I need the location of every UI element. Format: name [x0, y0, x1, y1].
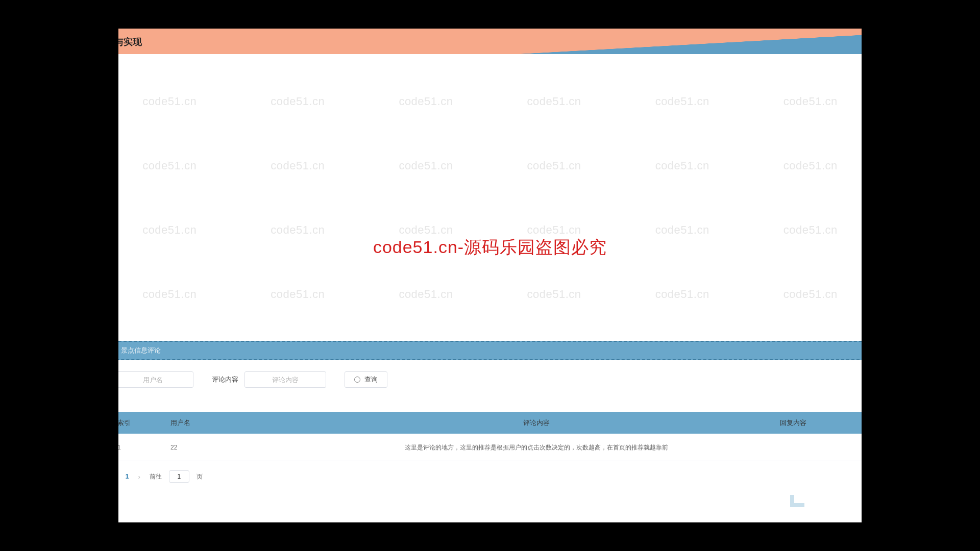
content-label: 评论内容 — [212, 375, 238, 384]
table-row: 1 22 这里是评论的地方，这里的推荐是根据用户的点击次数决定的，次数越高，在首… — [86, 434, 980, 461]
watermark-row: code51.cncode51.cncode51.cncode51.cncode… — [0, 288, 980, 301]
watermark-row: code51.cncode51.cncode51.cncode51.cncode… — [0, 159, 980, 172]
filter-bar: 用户名 评论内容 查询 — [86, 371, 980, 388]
content-input[interactable] — [244, 371, 326, 388]
brand-logo-icon — [787, 490, 807, 510]
th-comment: 评论内容 — [293, 418, 780, 428]
pagination: 共 1 条 ‹ 1 › 前往 页 — [86, 470, 980, 483]
th-index: 索引 — [114, 418, 170, 428]
watermark-main: code51.cn-源码乐园盗图必究 — [373, 236, 607, 259]
table-header: 索引 用户名 评论内容 回复内容 操作 — [86, 412, 980, 434]
letterbox — [862, 0, 980, 551]
watermark-row: code51.cncode51.cncode51.cncode51.cncode… — [0, 95, 980, 108]
letterbox — [0, 0, 118, 551]
data-table: 索引 用户名 评论内容 回复内容 操作 1 22 这里是评论的地方，这里的推荐是… — [86, 412, 980, 461]
username-input[interactable] — [112, 371, 193, 388]
header: 自驾游拼团小程序的设计与实现 管理员 abo 退出登录 — [0, 29, 980, 54]
jump-page-input[interactable] — [169, 470, 189, 483]
main-content: 首页 | 景点信息评论 用户名 评论内容 查询 索引 用户名 评论内容 回复内容… — [70, 332, 980, 492]
cell-comment: 这里是评论的地方，这里的推荐是根据用户的点击次数决定的，次数越高，在首页的推荐就… — [293, 443, 780, 452]
app-root: code51.cncode51.cncode51.cncode51.cncode… — [0, 29, 980, 522]
next-page-button[interactable]: › — [136, 473, 142, 481]
th-username: 用户名 — [170, 418, 293, 428]
cell-index: 1 — [114, 444, 170, 451]
current-page[interactable]: 1 — [126, 473, 129, 480]
jump-prefix: 前往 — [150, 472, 162, 481]
breadcrumb: 首页 | 景点信息评论 — [86, 341, 980, 360]
watermark-row: code51.cncode51.cncode51.cncode51.cncode… — [0, 223, 980, 237]
breadcrumb-current: 景点信息评论 — [121, 346, 161, 354]
cell-username: 22 — [170, 444, 293, 451]
search-button[interactable]: 查询 — [345, 371, 387, 388]
jump-suffix: 页 — [197, 472, 203, 481]
